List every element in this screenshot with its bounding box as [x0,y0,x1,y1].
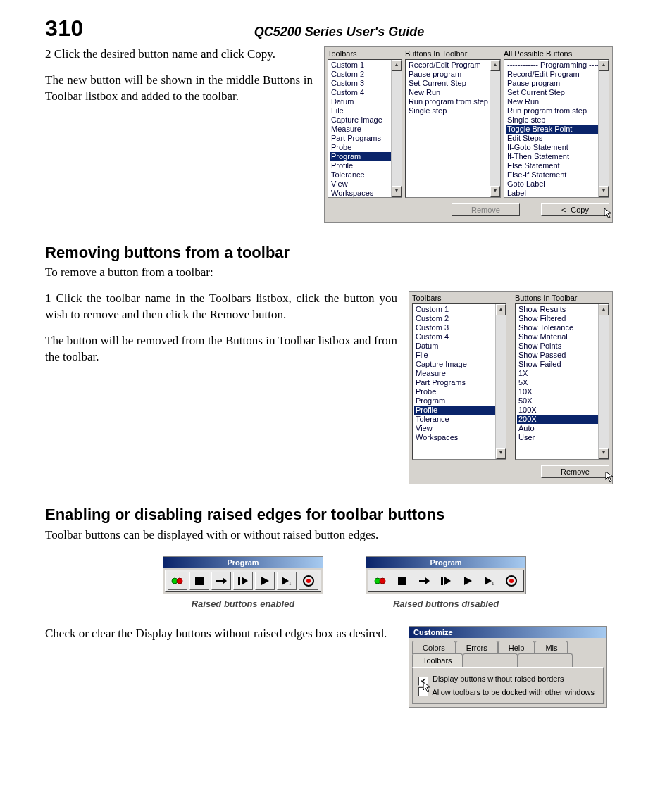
scroll-up-icon[interactable]: ▴ [496,304,506,315]
record-edit-icon[interactable] [371,572,390,590]
scrollbar[interactable]: ▴ ▾ [490,60,500,197]
list-item[interactable]: Label [506,189,598,197]
list-item[interactable]: Toggle Break Point [506,125,598,134]
target-icon[interactable] [502,572,521,590]
list-item[interactable]: Show Filtered [517,314,598,323]
scroll-up-icon[interactable]: ▴ [392,60,402,71]
list-item[interactable]: Workspaces [330,189,391,197]
list-item[interactable]: Pause program [407,70,490,79]
play-step-icon[interactable]: 1 [277,572,297,590]
play-bar-icon[interactable] [233,572,253,590]
list-item[interactable]: Single step [407,106,490,115]
list-item[interactable]: View [330,180,391,189]
remove-button[interactable]: Remove [452,203,520,216]
list-item[interactable]: Part Programs [414,378,495,387]
list-item[interactable]: Show Material [517,332,598,342]
list-item[interactable]: Probe [330,143,391,152]
tab-blank[interactable] [518,653,573,667]
record-edit-icon[interactable] [168,572,187,590]
list-item[interactable]: Custom 2 [330,70,391,79]
list-item[interactable]: Custom 3 [330,79,391,88]
list-item[interactable]: Custom 1 [414,305,495,314]
scroll-up-icon[interactable]: ▴ [599,304,609,315]
target-icon[interactable] [299,572,318,590]
list-item[interactable]: Set Current Step [407,79,490,88]
list-item[interactable]: Goto Label [506,180,598,189]
buttons-in-toolbar-listbox[interactable]: Show ResultsShow FilteredShow ToleranceS… [515,303,609,460]
list-item[interactable]: Single step [506,115,598,125]
tab-help[interactable]: Help [498,641,535,654]
list-item[interactable]: Custom 3 [414,323,495,332]
play-icon[interactable] [458,572,478,590]
list-item[interactable]: Show Failed [517,360,598,369]
scroll-up-icon[interactable]: ▴ [599,60,609,71]
list-item[interactable]: Tolerance [330,170,391,180]
stop-icon[interactable] [189,572,209,590]
scrollbar[interactable]: ▴ ▾ [598,304,609,459]
list-item[interactable]: Program [330,152,391,161]
list-item[interactable]: New Run [407,88,490,97]
scrollbar[interactable]: ▴ ▾ [598,60,609,197]
list-item[interactable]: Show Points [517,342,598,351]
list-item[interactable]: Show Results [517,305,598,314]
list-item[interactable]: Pause program [506,79,598,88]
scroll-down-icon[interactable]: ▾ [392,186,402,197]
list-item[interactable]: Record/Edit Program [407,61,490,70]
scrollbar[interactable]: ▴ ▾ [391,60,402,197]
scroll-down-icon[interactable]: ▾ [599,448,609,459]
list-item[interactable]: Run program from step [407,97,490,106]
all-possible-buttons-listbox[interactable]: ------------ Programming ------------Rec… [504,59,609,198]
list-item[interactable]: If-Then Statement [506,152,598,161]
list-item[interactable]: Workspaces [414,433,495,442]
buttons-in-toolbar-listbox[interactable]: Record/Edit ProgramPause programSet Curr… [405,59,501,198]
list-item[interactable]: Datum [330,97,391,106]
tab-blank[interactable] [463,653,518,667]
copy-button[interactable]: <- Copy [541,203,609,216]
list-item[interactable]: Tolerance [414,415,495,424]
list-item[interactable]: 5X [517,378,598,387]
list-item[interactable]: Measure [414,369,495,378]
list-item[interactable]: Custom 4 [414,332,495,342]
list-item[interactable]: Else Statement [506,161,598,170]
list-item[interactable]: Datum [414,342,495,351]
list-item[interactable]: File [414,351,495,360]
list-item[interactable]: 200X [517,415,598,424]
list-item[interactable]: File [330,106,391,115]
list-item[interactable]: Show Tolerance [517,323,598,332]
list-item[interactable]: Profile [414,406,495,415]
list-item[interactable]: Part Programs [330,134,391,143]
play-bar-icon[interactable] [436,572,456,590]
list-item[interactable]: Custom 1 [330,61,391,70]
list-item[interactable]: Capture Image [414,360,495,369]
list-item[interactable]: 100X [517,406,598,415]
tab-colors[interactable]: Colors [412,641,456,654]
list-item[interactable]: If-Goto Statement [506,143,598,152]
arrow-right-icon[interactable] [211,572,231,590]
stop-icon[interactable] [392,572,412,590]
list-item[interactable]: 10X [517,387,598,396]
play-icon[interactable] [255,572,275,590]
list-item[interactable]: Edit Steps [506,134,598,143]
list-item[interactable]: 50X [517,396,598,406]
scrollbar[interactable]: ▴ ▾ [495,304,506,459]
list-item[interactable]: Custom 4 [330,88,391,97]
list-item[interactable]: Show Passed [517,351,598,360]
list-item[interactable]: Capture Image [330,115,391,125]
list-item[interactable]: Else-If Statement [506,170,598,180]
scroll-down-icon[interactable]: ▾ [490,186,500,197]
tab-errors[interactable]: Errors [456,641,498,654]
list-item[interactable]: Measure [330,125,391,134]
list-item[interactable]: Auto [517,424,598,433]
list-item[interactable]: Run program from step [506,106,598,115]
toolbars-listbox[interactable]: Custom 1Custom 2Custom 3Custom 4DatumFil… [328,59,402,198]
remove-button[interactable]: Remove [541,465,609,478]
list-item[interactable]: 1X [517,369,598,378]
list-item[interactable]: Set Current Step [506,88,598,97]
list-item[interactable]: Program [414,396,495,406]
list-item[interactable]: Probe [414,387,495,396]
list-item[interactable]: View [414,424,495,433]
arrow-right-icon[interactable] [414,572,434,590]
list-item[interactable]: User [517,433,598,442]
list-item[interactable]: Profile [330,161,391,170]
list-item[interactable]: Record/Edit Program [506,70,598,79]
